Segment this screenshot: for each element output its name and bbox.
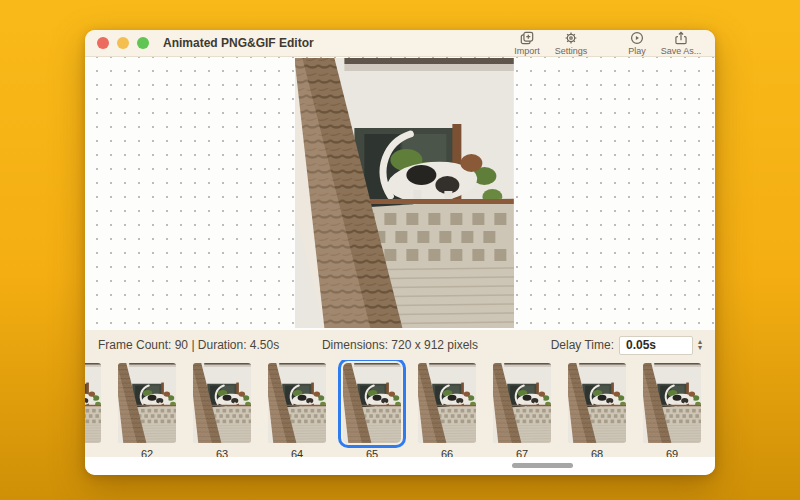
- play-button[interactable]: Play: [615, 31, 659, 56]
- frame-thumbnail-64[interactable]: 64: [268, 363, 326, 457]
- minimize-button[interactable]: [117, 37, 129, 49]
- title-bar: Animated PNG&GIF Editor Import Settings: [85, 30, 715, 57]
- import-button[interactable]: Import: [505, 31, 549, 56]
- frame-thumbnail-65-selected[interactable]: 65: [343, 363, 401, 457]
- frame-thumbnail-62[interactable]: 62: [118, 363, 176, 457]
- settings-button[interactable]: Settings: [549, 31, 593, 56]
- frame-thumbnail-66[interactable]: 66: [418, 363, 476, 457]
- play-label: Play: [628, 46, 646, 56]
- frame-number: 64: [291, 448, 303, 457]
- frame-thumb-image: [85, 363, 101, 443]
- frame-thumb-image: [418, 363, 476, 443]
- frame-thumbnail-68[interactable]: 68: [568, 363, 626, 457]
- frame-number: 66: [441, 448, 453, 457]
- frame-number: 63: [216, 448, 228, 457]
- frame-number: 69: [666, 448, 678, 457]
- filmstrip[interactable]: 62 63 64 65 66 67: [85, 360, 715, 457]
- import-label: Import: [514, 46, 540, 56]
- save-as-icon: [674, 31, 688, 45]
- frame-number: 62: [141, 448, 153, 457]
- delay-time-input[interactable]: [619, 336, 693, 355]
- traffic-lights: [97, 37, 149, 49]
- frame-thumb-image: [268, 363, 326, 443]
- frame-thumb-image: [193, 363, 251, 443]
- frame-number: 68: [591, 448, 603, 457]
- frame-thumb-image: [343, 363, 401, 443]
- settings-gear-icon: [564, 31, 578, 45]
- frame-number: 65: [366, 448, 378, 457]
- save-as-button[interactable]: Save As...: [659, 31, 703, 56]
- frame-thumbnail-69[interactable]: 69: [643, 363, 701, 457]
- frame-preview[interactable]: [295, 58, 514, 328]
- stepper-down-icon[interactable]: ▾: [698, 345, 702, 351]
- status-bar: Frame Count: 90 | Duration: 4.50s Dimens…: [85, 330, 715, 360]
- zoom-button[interactable]: [137, 37, 149, 49]
- frame-thumbnail-63[interactable]: 63: [193, 363, 251, 457]
- app-window: Animated PNG&GIF Editor Import Settings: [85, 30, 715, 475]
- frame-thumbnail-67[interactable]: 67: [493, 363, 551, 457]
- editor-canvas[interactable]: [85, 57, 715, 330]
- frame-thumbnail-partial[interactable]: [85, 363, 101, 457]
- close-button[interactable]: [97, 37, 109, 49]
- horizontal-scrollbar[interactable]: [512, 463, 573, 468]
- delay-time-label: Delay Time:: [551, 338, 614, 352]
- frame-thumb-image: [118, 363, 176, 443]
- delay-stepper[interactable]: ▴ ▾: [698, 339, 702, 351]
- settings-label: Settings: [555, 46, 588, 56]
- frame-thumb-image: [493, 363, 551, 443]
- frame-thumb-image: [643, 363, 701, 443]
- toolbar: Import Settings Play: [505, 31, 703, 56]
- frame-count-duration: Frame Count: 90 | Duration: 4.50s: [98, 338, 279, 352]
- window-title: Animated PNG&GIF Editor: [163, 36, 314, 50]
- import-icon: [520, 31, 534, 45]
- frame-thumb-image: [568, 363, 626, 443]
- save-as-label: Save As...: [661, 46, 702, 56]
- frame-number: 67: [516, 448, 528, 457]
- frame-preview-image: [295, 58, 514, 328]
- play-icon: [630, 31, 644, 45]
- scrollbar-track: [85, 457, 715, 475]
